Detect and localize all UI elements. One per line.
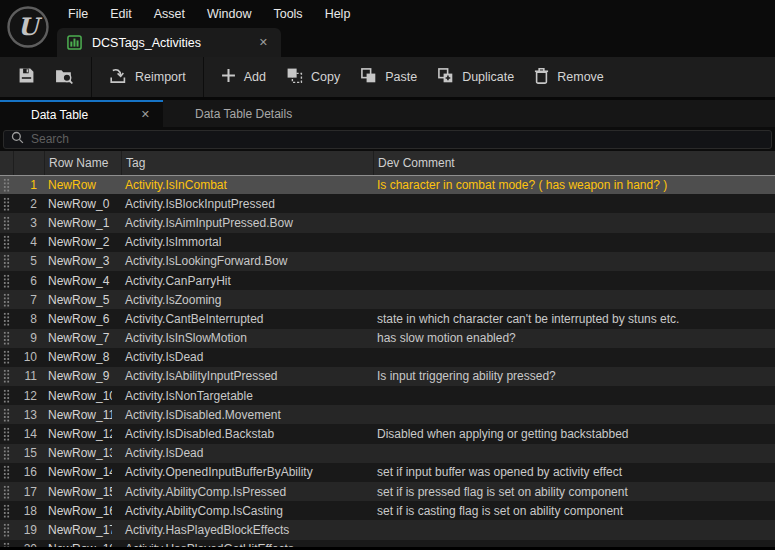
paste-button[interactable]: Paste	[350, 57, 427, 97]
table-row[interactable]: 4 NewRow_2 Activity.IsImmortal	[0, 233, 775, 252]
tab-data-table-details[interactable]: Data Table Details	[179, 100, 308, 127]
row-tag-cell: Activity.IsImmortal	[121, 235, 373, 249]
row-tag-cell: Activity.IsInCombat	[121, 178, 373, 192]
duplicate-icon	[437, 67, 454, 87]
table-row[interactable]: 16 NewRow_14 Activity.OpenedInputBufferB…	[0, 463, 775, 482]
row-tag-cell: Activity.IsDead	[121, 446, 373, 460]
table-row[interactable]: 17 NewRow_15 Activity.AbilityComp.IsPres…	[0, 482, 775, 501]
row-comment-cell: set if input buffer was opened by activi…	[373, 465, 775, 479]
tab-data-table[interactable]: Data Table ✕	[0, 100, 163, 127]
header-tag: Tag	[121, 151, 373, 175]
table-row[interactable]: 18 NewRow_16 Activity.AbilityComp.IsCast…	[0, 501, 775, 520]
asset-tab-title: DCSTags_Activities	[92, 36, 254, 50]
table-row[interactable]: 13 NewRow_11 Activity.IsDisabled.Movemen…	[0, 405, 775, 424]
row-number: 20	[13, 542, 44, 547]
table-row[interactable]: 3 NewRow_1 Activity.IsAimInputPressed.Bo…	[0, 213, 775, 232]
row-drag-handle-icon[interactable]	[0, 367, 13, 386]
row-tag-cell: Activity.IsDisabled.Backstab	[121, 427, 373, 441]
asset-tab-close-icon[interactable]: ✕	[254, 28, 273, 57]
row-tag-cell: Activity.IsDead	[121, 350, 373, 364]
row-drag-handle-icon[interactable]	[0, 520, 13, 539]
row-drag-handle-icon[interactable]	[0, 405, 13, 424]
row-number: 19	[13, 523, 44, 537]
reimport-button[interactable]: Reimport	[99, 57, 196, 97]
copy-button[interactable]: Copy	[276, 57, 350, 97]
search-input[interactable]	[31, 132, 764, 146]
table-row[interactable]: 14 NewRow_12 Activity.IsDisabled.Backsta…	[0, 424, 775, 443]
search-row	[0, 127, 775, 151]
table-row[interactable]: 19 NewRow_17 Activity.HasPlayedBlockEffe…	[0, 520, 775, 539]
add-row-button[interactable]: Add	[211, 57, 276, 97]
row-drag-handle-icon[interactable]	[0, 386, 13, 405]
row-name-cell: NewRow_10	[44, 389, 121, 403]
row-name-cell: NewRow_14	[44, 465, 121, 479]
header-dev-comment: Dev Comment	[373, 151, 775, 175]
table-row[interactable]: 12 NewRow_10 Activity.IsNonTargetable	[0, 386, 775, 405]
row-drag-handle-icon[interactable]	[0, 501, 13, 520]
row-tag-cell: Activity.AbilityComp.IsCasting	[121, 504, 373, 518]
row-name-cell: NewRow_2	[44, 235, 121, 249]
row-drag-handle-icon[interactable]	[0, 194, 13, 213]
row-tag-cell: Activity.HasPlayedGetHitEffects	[121, 542, 373, 547]
browse-to-asset-button[interactable]	[45, 57, 84, 97]
table-row[interactable]: 9 NewRow_7 Activity.IsInSlowMotion has s…	[0, 329, 775, 348]
table-row[interactable]: 7 NewRow_5 Activity.IsZooming	[0, 290, 775, 309]
row-name-cell: NewRow_9	[44, 369, 121, 383]
table-row[interactable]: 2 NewRow_0 Activity.IsBlockInputPressed	[0, 194, 775, 213]
row-drag-handle-icon[interactable]	[0, 175, 13, 194]
row-drag-handle-icon[interactable]	[0, 271, 13, 290]
table-row[interactable]: 8 NewRow_6 Activity.CantBeInterrupted st…	[0, 309, 775, 328]
data-table-asset-icon	[67, 35, 82, 50]
table-row[interactable]: 20 NewRow_18 Activity.HasPlayedGetHitEff…	[0, 540, 775, 547]
tab-data-table-details-label: Data Table Details	[195, 107, 292, 121]
table-row[interactable]: 15 NewRow_13 Activity.IsDead	[0, 444, 775, 463]
add-label: Add	[244, 70, 266, 84]
table-row[interactable]: 10 NewRow_8 Activity.IsDead	[0, 348, 775, 367]
menu-window[interactable]: Window	[196, 0, 262, 28]
tab-data-table-close-icon[interactable]: ✕	[136, 100, 155, 129]
row-tag-cell: Activity.IsLookingForward.Bow	[121, 254, 373, 268]
row-drag-handle-icon[interactable]	[0, 329, 13, 348]
menu-edit[interactable]: Edit	[99, 0, 143, 28]
row-drag-handle-icon[interactable]	[0, 309, 13, 328]
row-tag-cell: Activity.IsZooming	[121, 293, 373, 307]
menu-help[interactable]: Help	[314, 0, 362, 28]
menu-file[interactable]: File	[57, 0, 99, 28]
plus-icon	[221, 68, 236, 86]
row-drag-handle-icon[interactable]	[0, 482, 13, 501]
row-name-cell: NewRow_0	[44, 197, 121, 211]
asset-tab-dcstags-activities[interactable]: DCSTags_Activities ✕	[57, 28, 281, 57]
reimport-label: Reimport	[135, 70, 186, 84]
row-drag-handle-icon[interactable]	[0, 290, 13, 309]
table-row[interactable]: 5 NewRow_3 Activity.IsLookingForward.Bow	[0, 252, 775, 271]
row-drag-handle-icon[interactable]	[0, 463, 13, 482]
row-name-cell: NewRow	[44, 178, 121, 192]
toolbar-separator	[203, 57, 204, 97]
row-drag-handle-icon[interactable]	[0, 444, 13, 463]
row-drag-handle-icon[interactable]	[0, 348, 13, 367]
duplicate-button[interactable]: Duplicate	[427, 57, 524, 97]
row-name-cell: NewRow_15	[44, 485, 121, 499]
menu-asset[interactable]: Asset	[143, 0, 196, 28]
table-row[interactable]: 6 NewRow_4 Activity.CanParryHit	[0, 271, 775, 290]
save-button[interactable]	[8, 57, 45, 97]
row-drag-handle-icon[interactable]	[0, 213, 13, 232]
row-drag-handle-icon[interactable]	[0, 252, 13, 271]
table-row[interactable]: 11 NewRow_9 Activity.IsAbilityInputPress…	[0, 367, 775, 386]
row-number: 4	[13, 235, 44, 249]
header-handle-column	[0, 151, 13, 175]
menu-bar: File Edit Asset Window Tools Help	[0, 0, 775, 28]
menu-tools[interactable]: Tools	[262, 0, 313, 28]
panel-tab-bar: Data Table ✕ Data Table Details	[0, 100, 775, 127]
search-box[interactable]	[3, 130, 772, 149]
row-drag-handle-icon[interactable]	[0, 424, 13, 443]
row-tag-cell: Activity.IsNonTargetable	[121, 389, 373, 403]
row-drag-handle-icon[interactable]	[0, 233, 13, 252]
row-number: 15	[13, 446, 44, 460]
table-row[interactable]: 1 NewRow Activity.IsInCombat Is characte…	[0, 175, 775, 194]
row-drag-handle-icon[interactable]	[0, 540, 13, 547]
remove-button[interactable]: Remove	[524, 57, 614, 97]
row-name-cell: NewRow_8	[44, 350, 121, 364]
row-number: 10	[13, 350, 44, 364]
row-name-cell: NewRow_1	[44, 216, 121, 230]
